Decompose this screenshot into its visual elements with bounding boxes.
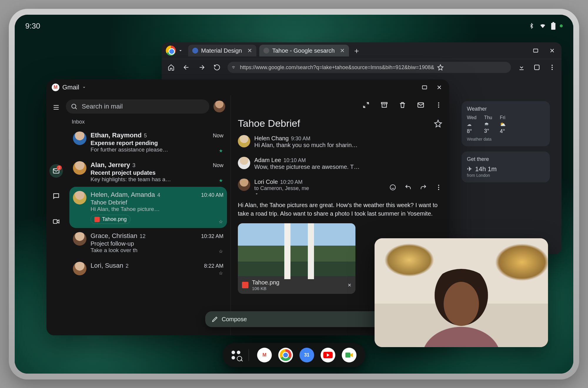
nav-mail-button[interactable]: 2 bbox=[49, 164, 63, 178]
account-dropdown-button[interactable] bbox=[81, 85, 87, 90]
svg-rect-9 bbox=[53, 220, 57, 224]
thread-count: 3 bbox=[133, 162, 136, 169]
thread-item[interactable]: Grace, Christian1210:32 AMProject follow… bbox=[69, 228, 227, 258]
browser-toolbar: ᯤ https://www.google.com/search?q=lake+t… bbox=[162, 59, 562, 76]
taskbar-calendar-button[interactable]: 31 bbox=[300, 348, 314, 362]
taskbar-youtube-button[interactable] bbox=[321, 348, 335, 362]
profile-avatar-button[interactable] bbox=[213, 101, 225, 112]
thread-item[interactable]: Ethan, Raymond5NowExpense report pending… bbox=[69, 127, 227, 157]
forward-button[interactable] bbox=[420, 184, 427, 191]
thread-subject: Tahoe Debrief bbox=[91, 199, 223, 206]
archive-button[interactable] bbox=[380, 101, 388, 109]
weather-card[interactable]: Weather Wed☁︎8° Thu🌧3° Fri⛅4° Weather da… bbox=[462, 101, 550, 146]
browser-titlebar: Material Design ✕ Tahoe - Google sesarch… bbox=[162, 42, 562, 59]
gmail-titlebar: M Gmail bbox=[46, 79, 449, 95]
expand-button[interactable] bbox=[362, 101, 370, 109]
gmail-nav-rail: 2 bbox=[46, 95, 66, 335]
delete-button[interactable] bbox=[399, 101, 406, 109]
avatar bbox=[238, 179, 250, 191]
star-button[interactable] bbox=[434, 119, 442, 128]
thread-names: Lori, Susan bbox=[91, 262, 123, 269]
overflow-button[interactable] bbox=[435, 101, 442, 109]
taskbar-meet-button[interactable] bbox=[342, 348, 357, 362]
tab-favicon-icon bbox=[263, 48, 269, 54]
weather-icon: ☁︎ bbox=[467, 121, 472, 127]
window-restore-button[interactable] bbox=[531, 46, 540, 55]
attachment-image bbox=[238, 223, 355, 276]
downloads-button[interactable] bbox=[517, 63, 526, 72]
collapsed-message[interactable]: Adam Lee10:10 AMWow, these picturese are… bbox=[231, 153, 449, 174]
search-input[interactable]: Search in mail bbox=[66, 99, 209, 114]
browser-tab-1[interactable]: Material Design ✕ bbox=[188, 45, 256, 56]
taskbar-chrome-button[interactable] bbox=[278, 348, 293, 362]
thread-item[interactable]: Alan, Jerrery3NowRecent project updatesK… bbox=[69, 157, 227, 187]
svg-rect-1 bbox=[552, 22, 554, 23]
star-button[interactable]: ☆ bbox=[219, 249, 223, 254]
tab-label: Material Design bbox=[201, 47, 242, 54]
thread-list[interactable]: Ethan, Raymond5NowExpense report pending… bbox=[66, 127, 230, 335]
window-close-button[interactable] bbox=[547, 46, 557, 55]
thread-count: 4 bbox=[157, 192, 160, 198]
thread-time: 8:22 AM bbox=[204, 263, 223, 269]
collapsed-message[interactable]: Helen Chang9:30 AMHi Alan, thank you so … bbox=[231, 131, 449, 153]
thread-subject: Project follow-up bbox=[91, 240, 223, 247]
video-call-pip[interactable] bbox=[375, 238, 548, 347]
avatar bbox=[238, 157, 250, 169]
react-button[interactable] bbox=[389, 184, 396, 191]
get-there-card[interactable]: Get there ✈︎ 14h 1m from London bbox=[462, 151, 550, 182]
avatar bbox=[238, 135, 250, 147]
site-info-icon[interactable]: ᯤ bbox=[232, 64, 237, 71]
menu-button[interactable] bbox=[49, 101, 63, 114]
screen: 9:30 Material Design ✕ Tahoe - Google se… bbox=[15, 15, 573, 374]
nav-meet-button[interactable] bbox=[49, 215, 63, 228]
star-button[interactable]: ☆ bbox=[219, 219, 223, 224]
star-button[interactable]: ★ bbox=[219, 148, 223, 154]
forward-button[interactable] bbox=[197, 63, 206, 72]
tabs-button[interactable] bbox=[532, 63, 542, 72]
thread-item[interactable]: Lori, Susan28:22 AM☆ bbox=[69, 258, 227, 279]
battery-icon bbox=[551, 22, 556, 30]
taskbar-gmail-button[interactable]: M bbox=[257, 348, 272, 362]
bluetooth-icon bbox=[529, 22, 534, 30]
attachment-preview[interactable]: Tahoe.png 106 KB ✕ bbox=[238, 223, 355, 294]
svg-rect-3 bbox=[534, 65, 539, 70]
star-button[interactable]: ★ bbox=[219, 178, 223, 183]
svg-point-15 bbox=[438, 106, 439, 108]
reply-button[interactable] bbox=[405, 184, 412, 191]
gmail-app-name: Gmail bbox=[62, 84, 79, 91]
back-button[interactable] bbox=[182, 63, 191, 72]
svg-rect-0 bbox=[551, 23, 555, 30]
tab-close-button[interactable]: ✕ bbox=[247, 47, 252, 54]
svg-point-16 bbox=[390, 185, 395, 190]
thread-time: 10:40 AM bbox=[201, 192, 223, 198]
window-close-button[interactable] bbox=[435, 83, 444, 92]
tab-dropdown-button[interactable] bbox=[176, 46, 185, 55]
tab-favicon-icon bbox=[192, 48, 198, 54]
window-restore-button[interactable] bbox=[420, 83, 429, 92]
overflow-button[interactable] bbox=[547, 63, 557, 72]
status-bar: 9:30 bbox=[15, 19, 573, 32]
attachment-close-button[interactable]: ✕ bbox=[348, 282, 351, 288]
browser-tab-2[interactable]: Tahoe - Google sesarch ✕ bbox=[259, 45, 349, 56]
recipients-dropdown-button[interactable] bbox=[254, 191, 385, 196]
weather-icon: 🌧 bbox=[484, 121, 489, 127]
star-button[interactable]: ☆ bbox=[219, 270, 223, 276]
nav-chat-button[interactable] bbox=[49, 189, 63, 203]
home-button[interactable] bbox=[166, 63, 176, 72]
new-tab-button[interactable]: ＋ bbox=[352, 46, 361, 55]
svg-point-18 bbox=[438, 187, 439, 188]
mark-unread-button[interactable] bbox=[417, 101, 425, 109]
tab-label: Tahoe - Google sesarch bbox=[272, 47, 335, 54]
bookmark-button[interactable] bbox=[437, 64, 444, 71]
reload-button[interactable] bbox=[212, 63, 222, 72]
svg-point-4 bbox=[552, 65, 553, 66]
tab-close-button[interactable]: ✕ bbox=[340, 47, 345, 54]
attachment-chip[interactable]: Tahoe.png bbox=[91, 215, 131, 224]
omnibox[interactable]: ᯤ https://www.google.com/search?q=lake+t… bbox=[228, 62, 511, 73]
detail-subject: Tahoe Debrief bbox=[238, 118, 300, 129]
thread-item[interactable]: Helen, Adam, Amanda410:40 AMTahoe Debrie… bbox=[69, 187, 227, 228]
message-overflow-button[interactable] bbox=[435, 184, 442, 191]
launcher-button[interactable] bbox=[232, 351, 240, 359]
thread-names: Helen, Adam, Amanda bbox=[91, 191, 155, 199]
avatar bbox=[73, 232, 86, 246]
